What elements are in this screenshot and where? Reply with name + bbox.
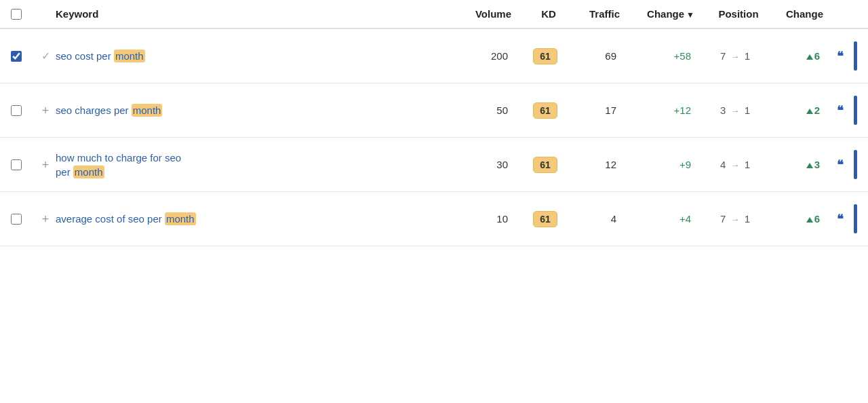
sort-arrow-icon: ▼ — [686, 10, 694, 20]
quote-icon-cell[interactable]: ❝ — [827, 212, 854, 227]
change2-cell: 6 — [772, 213, 827, 225]
position-cell: 7 → 1 — [698, 50, 772, 62]
position-cell: 4 → 1 — [698, 159, 772, 170]
volume-cell: 200 — [454, 50, 521, 62]
change-cell: +12 — [630, 104, 698, 116]
kd-col-header: KD — [525, 8, 572, 20]
change-col-header[interactable]: Change▼ — [633, 8, 701, 20]
position-cell: 3 → 1 — [698, 104, 772, 116]
row-checkbox-cell[interactable] — [11, 159, 35, 170]
kd-cell: 61 — [521, 48, 569, 64]
row-checkbox-cell[interactable] — [11, 214, 35, 225]
position-cell: 7 → 1 — [698, 213, 772, 225]
up-triangle-icon — [806, 54, 813, 60]
row-checkbox[interactable] — [11, 159, 22, 170]
position-arrow-icon: → — [731, 52, 740, 62]
position-arrow-icon: → — [731, 160, 740, 170]
quote-icon[interactable]: ❝ — [837, 104, 844, 117]
traffic-cell: 12 — [569, 159, 630, 170]
keyword-highlight: month — [132, 104, 163, 117]
volume-col-header: Volume — [457, 8, 525, 20]
change2-cell: 2 — [772, 104, 827, 116]
position-col-header: Position — [701, 8, 776, 20]
kd-cell: 61 — [521, 102, 569, 119]
keyword-text: average cost of seo per month — [56, 212, 196, 225]
row-checkbox-cell[interactable] — [11, 105, 35, 116]
table-header: Keyword Volume KD Traffic Change▼ Positi… — [0, 0, 868, 29]
keyword-cell[interactable]: seo charges per month — [56, 103, 454, 117]
row-checkbox-cell[interactable] — [11, 51, 35, 62]
keyword-cell[interactable]: how much to charge for seoper month — [56, 151, 454, 179]
right-border — [854, 204, 857, 233]
keyword-text: seo cost per month — [56, 50, 145, 62]
kd-badge: 61 — [533, 157, 557, 173]
quote-icon[interactable]: ❝ — [837, 50, 844, 63]
select-all-checkbox[interactable] — [11, 9, 22, 20]
change-cell: +58 — [630, 50, 698, 62]
keyword-text: how much to charge for seoper month — [56, 152, 181, 178]
volume-cell: 10 — [454, 213, 521, 225]
volume-cell: 50 — [454, 104, 521, 116]
table-row: + average cost of seo per month 10 61 4 … — [0, 192, 868, 246]
keyword-text: seo charges per month — [56, 104, 162, 117]
change2-col-header: Change — [776, 8, 830, 20]
add-keyword-button[interactable]: + — [41, 103, 51, 118]
row-checkbox[interactable] — [11, 105, 22, 116]
kd-cell: 61 — [521, 211, 569, 227]
keyword-col-header: Keyword — [56, 8, 457, 20]
keyword-cell[interactable]: seo cost per month — [56, 49, 454, 63]
add-keyword-button[interactable]: + — [41, 212, 51, 227]
keyword-highlight: month — [165, 212, 196, 225]
change-up-value: 3 — [806, 159, 820, 170]
table-row: ✓ seo cost per month 200 61 69 +58 7 → 1… — [0, 29, 868, 83]
add-keyword-button[interactable]: + — [41, 157, 51, 172]
right-border — [854, 96, 857, 125]
kd-badge: 61 — [533, 102, 557, 119]
traffic-cell: 4 — [569, 213, 630, 225]
change-up-value: 6 — [806, 213, 820, 225]
change2-cell: 3 — [772, 159, 827, 170]
up-triangle-icon — [806, 109, 813, 114]
up-triangle-icon — [806, 163, 813, 168]
quote-icon-cell[interactable]: ❝ — [827, 103, 854, 118]
table-row: + how much to charge for seoper month 30… — [0, 138, 868, 192]
position-arrow-icon: → — [731, 214, 740, 225]
quote-icon-cell[interactable]: ❝ — [827, 157, 854, 172]
keywords-table: Keyword Volume KD Traffic Change▼ Positi… — [0, 0, 868, 246]
quote-icon[interactable]: ❝ — [837, 212, 844, 226]
position-arrow-icon: → — [731, 106, 740, 116]
row-action-cell: ✓ — [35, 50, 56, 62]
row-checkbox[interactable] — [11, 51, 22, 62]
traffic-cell: 17 — [569, 104, 630, 116]
kd-badge: 61 — [533, 48, 557, 64]
up-triangle-icon — [806, 217, 813, 223]
quote-icon-cell[interactable]: ❝ — [827, 49, 854, 64]
row-checkbox[interactable] — [11, 214, 22, 225]
change-up-value: 6 — [806, 50, 820, 62]
change-up-value: 2 — [806, 104, 820, 116]
right-border — [854, 150, 857, 179]
select-all-checkbox-cell[interactable] — [11, 9, 35, 20]
check-icon: ✓ — [41, 50, 50, 62]
keyword-cell[interactable]: average cost of seo per month — [56, 212, 454, 226]
row-action-cell[interactable]: + — [35, 157, 56, 172]
row-action-cell[interactable]: + — [35, 103, 56, 118]
change-cell: +4 — [630, 213, 698, 225]
traffic-cell: 69 — [569, 50, 630, 62]
keyword-highlight: month — [73, 166, 104, 178]
kd-badge: 61 — [533, 211, 557, 227]
change2-cell: 6 — [772, 50, 827, 62]
traffic-col-header: Traffic — [572, 8, 633, 20]
table-row: + seo charges per month 50 61 17 +12 3 →… — [0, 83, 868, 138]
right-border — [854, 41, 857, 71]
quote-icon[interactable]: ❝ — [837, 158, 844, 172]
volume-cell: 30 — [454, 159, 521, 170]
change-cell: +9 — [630, 159, 698, 170]
kd-cell: 61 — [521, 157, 569, 173]
keyword-highlight: month — [114, 50, 145, 62]
row-action-cell[interactable]: + — [35, 212, 56, 227]
